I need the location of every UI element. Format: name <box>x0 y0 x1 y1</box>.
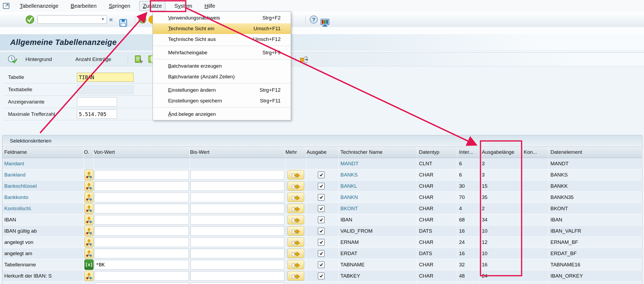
column-header-datentyp[interactable]: Datentyp <box>417 147 457 158</box>
von-wert-input[interactable] <box>94 193 189 202</box>
column-header-ausgabelänge[interactable]: Ausgabelänge <box>480 147 522 158</box>
output-checkbox[interactable] <box>318 261 325 268</box>
multiple-selection-button[interactable] <box>288 260 304 269</box>
pattern-selection-icon[interactable]: [x] <box>84 259 94 270</box>
bis-wert-input[interactable] <box>191 237 284 247</box>
von-wert-input[interactable] <box>94 249 189 258</box>
help-icon[interactable]: ? <box>309 15 318 24</box>
bis-wert-input[interactable] <box>191 271 284 281</box>
column-header-o[interactable]: O. <box>84 147 94 158</box>
menubar-item-springen[interactable]: Springen <box>106 1 133 11</box>
von-wert-input[interactable] <box>94 204 189 213</box>
output-checkbox[interactable] <box>318 171 325 178</box>
data-type: CHAR <box>419 206 433 212</box>
multiple-selection-button[interactable] <box>288 215 304 224</box>
menu-item-verwendungsnachweis[interactable]: VerwendungsnachweisStrg+F2 <box>153 13 291 23</box>
selection-options-icon[interactable] <box>84 237 94 247</box>
selection-options-icon[interactable] <box>84 203 94 214</box>
form-field-anzeigevariante[interactable] <box>77 97 117 106</box>
output-checkbox[interactable] <box>318 216 325 223</box>
von-wert-input[interactable] <box>94 237 189 247</box>
column-header-datenelement[interactable]: Datenelement <box>549 147 642 158</box>
expand-distribute-icon[interactable] <box>299 55 310 64</box>
output-checkbox[interactable] <box>318 183 325 190</box>
menubar-item-system[interactable]: System <box>171 1 196 11</box>
bis-wert-input[interactable] <box>191 204 284 213</box>
section-title: Selektionskriterien <box>2 135 642 147</box>
menu-item-mehrfacheingabe[interactable]: MehrfacheingabeStrg+F9 <box>153 47 291 58</box>
column-header-bis-wert[interactable]: Bis-Wert <box>190 147 285 158</box>
selection-options-icon[interactable] <box>84 192 94 202</box>
multiple-selection-button[interactable] <box>288 226 304 236</box>
entry-count-button[interactable]: Anzahl Einträge <box>75 53 111 66</box>
selection-options-icon[interactable] <box>84 248 94 259</box>
multiple-selection-button[interactable] <box>288 170 304 179</box>
von-wert-input[interactable] <box>94 181 189 191</box>
svg-text:«: « <box>141 17 144 22</box>
form-field-maximale-trefferzahl[interactable]: 5.514.705 <box>77 110 117 119</box>
output-checkbox[interactable] <box>318 205 325 212</box>
selection-options-icon[interactable] <box>84 271 94 281</box>
output-checkbox[interactable] <box>318 239 325 246</box>
execute-in-background-icon[interactable] <box>7 55 17 64</box>
multiple-selection-button[interactable] <box>288 249 304 258</box>
multiple-selection-button[interactable] <box>288 271 304 281</box>
collapse-toolbar-icon[interactable]: « <box>109 15 113 24</box>
bis-wert-input[interactable] <box>191 181 284 191</box>
von-wert-input[interactable] <box>94 260 189 270</box>
column-header-inter[interactable]: Inter... <box>457 147 480 158</box>
von-wert-input[interactable] <box>94 226 189 236</box>
multiple-selection-button[interactable] <box>288 237 304 247</box>
command-input[interactable] <box>38 16 99 23</box>
selection-options-icon[interactable] <box>84 214 94 225</box>
bis-wert-input[interactable] <box>191 215 284 225</box>
menu-item-technische-sicht-aus[interactable]: Technische Sicht ausUmsch+F12 <box>153 34 291 45</box>
output-checkbox[interactable] <box>318 250 325 257</box>
background-button[interactable]: Hintergrund <box>25 53 52 66</box>
multiple-selection-button[interactable] <box>288 193 304 202</box>
data-element: IBAN_VALFR <box>550 228 581 234</box>
internal-length: 70 <box>459 194 465 200</box>
bis-wert-cell <box>190 248 285 259</box>
menu-item-technische-sicht-ein[interactable]: Technische Sicht einUmsch+F11 <box>153 23 291 34</box>
bis-wert-input[interactable] <box>191 249 284 258</box>
column-header-von-wert[interactable]: Von-Wert <box>94 147 190 158</box>
enter-check-icon[interactable] <box>25 15 34 24</box>
form-field-tabelle[interactable]: TIBAN <box>77 73 134 82</box>
column-header-feldname[interactable]: Feldname <box>2 147 84 158</box>
selection-options-icon[interactable] <box>84 226 94 236</box>
column-header-mehr[interactable]: Mehr <box>285 147 307 158</box>
session-window-icon[interactable] <box>3 2 11 10</box>
von-wert-input[interactable] <box>94 170 189 180</box>
bis-wert-input[interactable] <box>191 282 284 284</box>
menu-item-batchvariante-erzeugen[interactable]: Batchvariante erzeugen <box>153 61 291 71</box>
command-dropdown-icon[interactable]: ▼ <box>100 16 106 22</box>
menu-item-änd-belege-anzeigen[interactable]: Änd.belege anzeigen <box>153 109 291 120</box>
menubar-item-zusätze[interactable]: Zusätze <box>139 1 165 11</box>
selection-options-icon[interactable] <box>84 170 94 180</box>
menu-item-einstellungen-ändern[interactable]: Einstellungen ändernStrg+F12 <box>153 85 291 95</box>
output-checkbox[interactable] <box>318 228 325 235</box>
bis-wert-input[interactable] <box>191 193 284 202</box>
von-wert-input[interactable] <box>94 282 189 284</box>
output-checkbox[interactable] <box>318 273 325 279</box>
bis-wert-input[interactable] <box>191 226 284 236</box>
output-checkbox[interactable] <box>318 194 325 201</box>
bis-wert-input[interactable] <box>191 170 284 180</box>
von-wert-input[interactable] <box>94 271 189 281</box>
select-all-list-icon[interactable] <box>134 55 144 64</box>
menubar-item-bearbeiten[interactable]: Bearbeiten <box>68 1 100 11</box>
column-header-kon[interactable]: Kon... <box>522 147 549 158</box>
menu-item-einstellungen-speichern[interactable]: Einstellungen speichernStrg+F11 <box>153 95 291 106</box>
column-header-ausgabe[interactable]: Ausgabe <box>307 147 339 158</box>
multiple-selection-button[interactable] <box>288 204 304 213</box>
menu-item-batchvariante-anzahl-zeilen[interactable]: Batchvariante (Anzahl Zeilen) <box>153 71 291 82</box>
menubar-item-hilfe[interactable]: Hilfe <box>201 1 218 11</box>
bis-wert-input[interactable] <box>191 260 284 270</box>
multiple-selection-button[interactable] <box>288 181 304 191</box>
back-icon[interactable]: « <box>138 15 147 24</box>
column-header-technischer-name[interactable]: Technischer Name <box>339 147 417 158</box>
menubar-item-tabellenanzeige[interactable]: Tabellenanzeige <box>17 1 62 11</box>
von-wert-input[interactable] <box>94 215 189 225</box>
selection-options-icon[interactable] <box>84 181 94 191</box>
